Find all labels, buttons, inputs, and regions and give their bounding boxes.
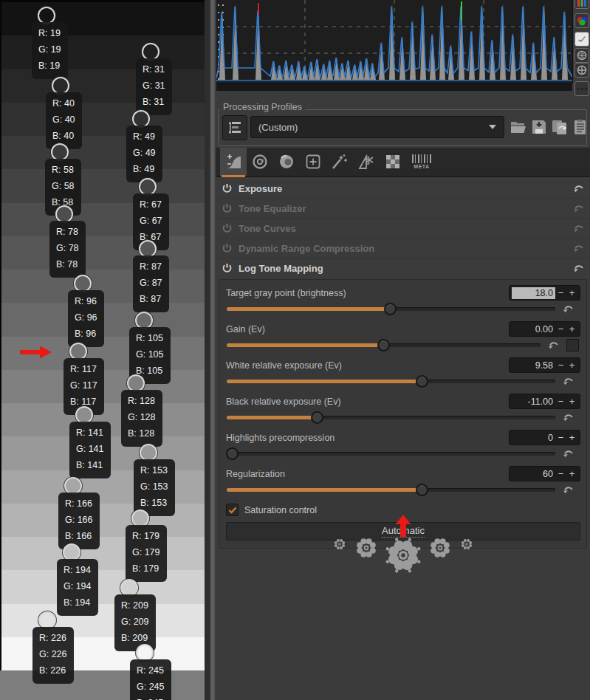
wedge-band [1, 537, 205, 570]
decrement-button[interactable]: − [555, 430, 566, 445]
slider-knob[interactable] [416, 484, 428, 496]
barcode-icon [412, 154, 431, 163]
log-tone-mapping-panel: Target gray point (brightness) 18.0 − + [219, 279, 587, 549]
slider-value[interactable]: 0.00 [512, 323, 555, 335]
paste-profile-button[interactable] [572, 115, 589, 139]
meta-tab-label: META [414, 164, 429, 169]
value-spinner[interactable]: 18.0 − + [509, 285, 580, 301]
reset-icon[interactable] [573, 224, 584, 233]
load-profile-button[interactable] [510, 115, 527, 139]
tool-label: Dynamic Range Compression [239, 243, 374, 254]
tab-local-adjustments[interactable] [300, 148, 326, 176]
power-icon[interactable] [222, 203, 233, 214]
slider-track[interactable] [227, 488, 555, 492]
power-icon[interactable] [222, 183, 233, 194]
slider-knob[interactable] [311, 411, 323, 424]
auto-checkbox[interactable] [566, 339, 579, 351]
tab-detail[interactable] [247, 148, 273, 176]
tab-exposure[interactable] [220, 148, 247, 176]
tab-transform[interactable] [353, 148, 380, 176]
slider-knob[interactable] [416, 375, 428, 388]
red-arrow-pointer-picker [20, 344, 52, 360]
reset-icon[interactable] [573, 185, 584, 193]
decrement-button[interactable]: − [555, 358, 566, 372]
slider-regularization: Regularization 60 − + [226, 466, 580, 497]
tab-metadata[interactable]: META [406, 148, 437, 176]
reset-icon[interactable] [563, 486, 574, 494]
slider-track[interactable] [227, 380, 555, 383]
reset-icon[interactable] [573, 244, 584, 253]
power-icon[interactable] [222, 243, 233, 254]
fill-mode-button[interactable] [222, 115, 247, 140]
slider-knob[interactable] [384, 303, 397, 315]
rgb-indicator-icon[interactable] [574, 13, 589, 28]
slider-knob[interactable] [377, 339, 390, 351]
slider-value[interactable]: 9.58 [512, 360, 555, 371]
slider-track[interactable] [227, 452, 555, 456]
reset-icon[interactable] [573, 205, 584, 213]
reset-icon[interactable] [563, 305, 574, 313]
flower-ornament [322, 524, 484, 580]
wedge-band [1, 136, 205, 169]
chromaticity-wheel-icon[interactable] [574, 48, 589, 63]
tool-tone-equalizer[interactable]: Tone Equalizer [216, 198, 590, 218]
tab-advanced[interactable] [326, 148, 353, 176]
value-spinner[interactable]: 9.58 − + [509, 357, 580, 373]
increment-button[interactable]: + [566, 322, 577, 336]
wedge-band [1, 236, 205, 270]
reset-icon[interactable] [573, 264, 584, 272]
value-spinner[interactable]: 0 − + [509, 430, 580, 445]
tool-dynamic-range-compression[interactable]: Dynamic Range Compression [216, 238, 590, 258]
histogram-options-icon[interactable] [574, 81, 589, 96]
value-spinner[interactable]: 0.00 − + [509, 321, 580, 337]
wedge-band [1, 203, 205, 236]
value-spinner[interactable]: 60 − + [509, 466, 580, 481]
slider-value[interactable]: 60 [512, 468, 555, 480]
copy-profile-button[interactable] [551, 115, 569, 139]
decrement-button[interactable]: − [555, 394, 566, 408]
raw-histogram-icon[interactable] [574, 63, 589, 78]
tool-tone-curves[interactable]: Tone Curves [216, 218, 590, 238]
slider-track[interactable] [227, 307, 555, 311]
tool-exposure[interactable]: Exposure [216, 179, 590, 198]
increment-button[interactable]: + [566, 286, 577, 300]
picker-rgb-readout: R: 194 G: 194 B: 194 [57, 559, 98, 616]
power-icon[interactable] [222, 223, 233, 234]
profile-select[interactable]: (Custom) [250, 116, 504, 138]
value-spinner[interactable]: -11.00 − + [509, 394, 580, 409]
reset-icon[interactable] [548, 341, 559, 349]
decrement-button[interactable]: − [555, 467, 566, 481]
slider-knob[interactable] [226, 447, 239, 460]
picker-rgb-readout: R: 141 G: 141 B: 141 [69, 422, 111, 478]
decrement-button[interactable]: − [555, 286, 566, 300]
tab-color[interactable] [273, 148, 300, 176]
tool-log-tone-mapping[interactable]: Log Tone Mapping [216, 258, 590, 278]
slider-value[interactable]: 0 [512, 432, 555, 444]
pane-resize-handle[interactable] [210, 0, 216, 700]
slider-value[interactable]: -11.00 [512, 396, 555, 408]
histogram-bottom-bar [216, 83, 572, 91]
saturation-control-checkbox[interactable] [226, 504, 239, 516]
save-profile-button[interactable] [530, 115, 548, 139]
histogram-panel[interactable] [216, 0, 573, 83]
luminosity-swatch-icon[interactable] [574, 32, 589, 47]
slider-track[interactable] [227, 343, 541, 347]
tab-raw[interactable] [380, 148, 406, 176]
increment-button[interactable]: + [566, 358, 577, 372]
rgb-bars-icon[interactable] [574, 0, 589, 9]
tool-label: Tone Equalizer [239, 203, 306, 214]
reset-icon[interactable] [563, 450, 574, 458]
increment-button[interactable]: + [566, 394, 577, 408]
reset-icon[interactable] [563, 414, 574, 422]
increment-button[interactable]: + [566, 467, 577, 481]
slider-value[interactable]: 18.0 [512, 287, 555, 299]
reset-icon[interactable] [563, 377, 574, 385]
picker-rgb-readout: R: 209 G: 209 B: 209 [114, 594, 156, 651]
increment-button[interactable]: + [566, 430, 577, 445]
slider-track[interactable] [227, 416, 555, 419]
decrement-button[interactable]: − [555, 322, 566, 336]
power-icon[interactable] [222, 263, 233, 274]
tool-label: Tone Curves [239, 223, 296, 234]
slider-black-relative-exposure: Black relative exposure (Ev) -11.00 − + [226, 394, 580, 425]
picker-rgb-readout: R: 87 G: 87 B: 87 [133, 255, 169, 312]
